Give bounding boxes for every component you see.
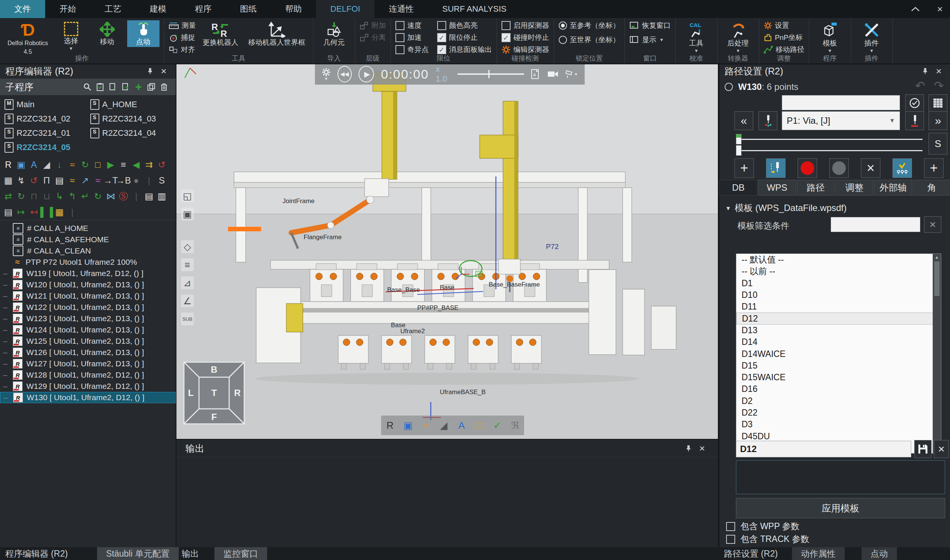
subprogram-r2zc3214-03[interactable]: S R2ZC3214_03: [88, 112, 174, 125]
vp-icon-measure[interactable]: ⊿: [181, 277, 194, 289]
restore-window-button[interactable]: 恢复窗口: [630, 20, 671, 31]
template-description-textarea[interactable]: [736, 460, 945, 494]
add-point-after-button[interactable]: +: [924, 158, 944, 178]
select-button[interactable]: 选择▼: [55, 20, 87, 53]
statement-w123[interactable]: W123 [ Utool1, Uframe2, D13, () ]: [0, 313, 176, 324]
icon-disabled-circle[interactable]: ●: [130, 174, 142, 187]
torch-at-point-button[interactable]: [905, 111, 924, 130]
vp-icon-expand[interactable]: ◱: [181, 189, 194, 202]
delete-point-button[interactable]: ×: [861, 158, 881, 178]
menu-drawing[interactable]: 图纸: [226, 0, 271, 18]
icon-subprogram-doc[interactable]: S: [156, 174, 168, 187]
include-wpp-checkbox[interactable]: [726, 522, 735, 531]
icon-weld-statement[interactable]: R: [2, 158, 14, 171]
to-world-radio[interactable]: [559, 36, 567, 44]
icon-statement-list[interactable]: ≡: [117, 158, 129, 171]
tab-jog[interactable]: 点动: [862, 547, 897, 560]
icon-clipboard-doc[interactable]: ▤: [143, 190, 155, 203]
toolbar-divider[interactable]: |: [130, 190, 142, 203]
tab-path-settings[interactable]: 路径设置 (R2): [724, 547, 778, 560]
icon-path-points[interactable]: ≈: [66, 158, 78, 171]
snap-button[interactable]: 捕捉: [169, 32, 196, 43]
point-selector-dropdown[interactable]: P1: Via, [J]▼: [782, 111, 900, 130]
path-radio[interactable]: [725, 83, 733, 91]
subprogram-r2zc3214-02[interactable]: S R2ZC3214_02: [2, 112, 88, 125]
add-point-before-button[interactable]: +: [734, 158, 754, 178]
icon-folder[interactable]: ▤: [54, 174, 65, 187]
statement-w122[interactable]: W122 [ Utool1, Uframe2, D13, () ]: [0, 302, 176, 313]
align-button[interactable]: 对齐: [169, 45, 196, 55]
icon-branch-up[interactable]: ↰: [66, 190, 78, 203]
template-button[interactable]: 模板▼: [814, 20, 846, 55]
settings-button[interactable]: 设置: [764, 20, 804, 31]
template-list-scrollbar[interactable]: ▲ ▼: [933, 254, 941, 453]
icon-step-back[interactable]: ◀: [130, 158, 142, 171]
accel-checkbox[interactable]: [396, 33, 405, 42]
path-slider-2[interactable]: [736, 150, 922, 151]
undo-icon[interactable]: ↶: [915, 78, 925, 93]
accel-checkbox-row[interactable]: 加速: [396, 32, 429, 43]
icon-program-copy[interactable]: ▣: [15, 158, 27, 171]
vp-icon-ramp[interactable]: ◢: [437, 419, 450, 432]
calibration-tool-button[interactable]: CAL 工具▼: [680, 20, 713, 55]
icon-chart[interactable]: ▌▐: [41, 206, 53, 218]
torch-to-point-button[interactable]: [759, 111, 777, 130]
icon-signal-out[interactable]: ↦: [15, 206, 27, 218]
icon-simulate[interactable]: ▶: [105, 158, 117, 171]
icon-document[interactable]: ▥: [156, 190, 168, 203]
vp-icon-path[interactable]: ≈: [420, 419, 432, 432]
vp-icon-weld[interactable]: R: [384, 419, 396, 432]
menu-modeling[interactable]: 建模: [135, 0, 180, 18]
vp-icon-robot[interactable]: ℜ: [509, 419, 521, 432]
limit-stop-checkbox-row[interactable]: 限位停止: [437, 32, 492, 43]
play-button[interactable]: ▶: [359, 66, 374, 82]
statement-w124[interactable]: W124 [ Utool1, Uframe2, D13, () ]: [0, 324, 176, 335]
icon-unfold-cube[interactable]: ▦: [54, 206, 65, 218]
statement-w120[interactable]: W120 [ Utool1, Uframe2, D13, () ]: [0, 279, 176, 290]
statement-w121[interactable]: W121 [ Utool1, Uframe2, D13, () ]: [0, 290, 176, 302]
edit-detector-button[interactable]: 编辑探测器: [502, 45, 549, 55]
subprogram-r2zc3214-01[interactable]: S R2ZC3214_01: [2, 127, 88, 140]
statement-ptp-p72[interactable]: PTP P72 Utool1 Uframe2 100%: [0, 257, 176, 268]
statement-w128[interactable]: W128 [ Utool1, Uframe2, D12, () ]: [0, 369, 176, 381]
icon-frame-select[interactable]: □: [92, 158, 104, 171]
icon-path-circular[interactable]: ≈: [92, 174, 104, 187]
vp-icon-check[interactable]: ✓: [491, 419, 503, 432]
icon-spiral[interactable]: ↺: [28, 174, 40, 187]
move-path-button[interactable]: 移动路径: [764, 45, 804, 55]
post-process-button[interactable]: 后处理▼: [722, 20, 754, 55]
tab-program-editor[interactable]: 程序编辑器 (R2): [5, 547, 68, 560]
message-panel-checkbox[interactable]: [437, 45, 446, 54]
playback-settings-gear-icon[interactable]: ▼: [322, 68, 331, 81]
redo-icon[interactable]: ↷: [934, 78, 944, 93]
geometry-import-button[interactable]: 几何元: [318, 20, 350, 48]
template-filter-input[interactable]: [831, 217, 920, 232]
menu-program[interactable]: 程序: [180, 0, 226, 18]
export-program-icon[interactable]: [119, 83, 132, 91]
statement-w126[interactable]: W126 [ Utool1, Uframe2, D13, () ]: [0, 347, 176, 358]
enable-detector-checkbox-row[interactable]: 启用探测器: [502, 20, 549, 31]
icon-branch-down[interactable]: ↳: [54, 190, 65, 203]
menu-connectivity[interactable]: 连通性: [374, 0, 428, 18]
to-reference-radio-row[interactable]: 至参考（坐标）: [559, 20, 620, 31]
statement-w119[interactable]: W119 [ Utool1, Uframe2, D12, () ]: [0, 268, 176, 279]
pin-icon[interactable]: [918, 67, 932, 75]
statement-call-a-clean[interactable]: # CALL A_CLEAN: [0, 245, 176, 257]
subprogram-main[interactable]: M Main: [2, 98, 88, 111]
icon-polyline[interactable]: ↯: [15, 174, 27, 187]
detach-button[interactable]: 分离: [360, 32, 386, 43]
clipboard-check-icon[interactable]: [94, 83, 106, 91]
tab-output[interactable]: 输出: [182, 547, 199, 560]
menu-start[interactable]: 开始: [45, 0, 90, 18]
icon-swap[interactable]: ⇄: [2, 190, 14, 203]
template-name-input[interactable]: [736, 441, 911, 457]
collapse-ribbon-icon[interactable]: [911, 6, 924, 12]
color-highlight-checkbox-row[interactable]: 颜色高亮: [437, 20, 492, 31]
record-video-icon[interactable]: [547, 70, 559, 78]
vp-sub-label[interactable]: SUB: [181, 312, 194, 325]
jog-button[interactable]: 点动: [127, 20, 160, 47]
move-robot-world-frame-button[interactable]: 移动机器人世界框: [245, 20, 308, 48]
icon-text-annotation[interactable]: A: [28, 158, 40, 171]
vp-icon-select-area[interactable]: ▣: [181, 208, 194, 220]
swap-robot-button[interactable]: R R 更换机器人: [200, 20, 242, 48]
